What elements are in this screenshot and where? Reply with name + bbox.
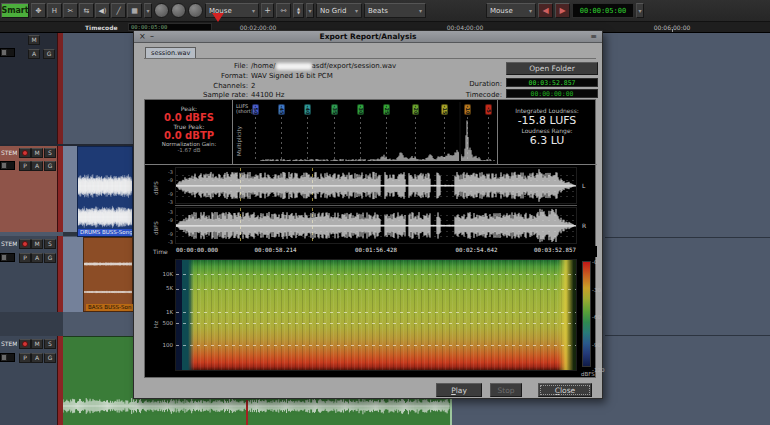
time-tick: 00:03:52.857 xyxy=(534,247,576,253)
record-dot-icon xyxy=(22,341,28,347)
nudge-forward-button[interactable]: ▶ xyxy=(555,3,570,18)
smart-mode-button[interactable]: Smart xyxy=(1,3,29,18)
track4-solo-button[interactable]: S xyxy=(44,339,56,349)
spinner-control[interactable]: ▲▼ xyxy=(293,3,304,18)
drums-region[interactable]: DRUMS BUSS-Song xyxy=(77,146,133,237)
colorbar-unit: dBFS xyxy=(581,371,595,377)
audition-tool-button[interactable]: ◀) xyxy=(95,3,110,18)
track-divider xyxy=(605,335,770,336)
track2-mute-button[interactable]: M xyxy=(31,148,43,158)
lufs-marker--25: -25 xyxy=(383,104,390,115)
histogram-title2: (short) xyxy=(236,109,253,114)
dialog-timecode-label: Timecode: xyxy=(384,91,502,99)
freq-tick: 100 xyxy=(145,342,173,348)
track-header-2[interactable]: STEM M S P A G xyxy=(0,146,57,232)
playhead-marker[interactable] xyxy=(212,13,224,22)
track1-mute-button[interactable]: M xyxy=(28,35,40,45)
track3-record-arm-button[interactable] xyxy=(19,239,31,249)
track3-solo-button[interactable]: S xyxy=(44,239,56,249)
stop-button[interactable]: Stop xyxy=(490,383,522,397)
track4-fader[interactable] xyxy=(0,353,15,362)
track2-group-button[interactable]: G xyxy=(44,161,56,171)
track4-play-button[interactable]: P xyxy=(19,353,31,363)
bass-region[interactable]: BASS BUSS-Son xyxy=(83,237,133,312)
ruler-tick xyxy=(672,29,673,32)
time-axis: Time 00:00:00.00000:00:58.21400:01:56.42… xyxy=(145,246,597,257)
grab-tool-button[interactable]: ✥ xyxy=(31,3,46,18)
play-button[interactable]: Play xyxy=(436,383,482,397)
chevron-down-icon: ▾ xyxy=(355,7,358,14)
grid-mode-dropdown[interactable]: No Grid▾ xyxy=(316,3,362,18)
integrated-label: Integrated Loudness: xyxy=(499,107,595,114)
scale-tick: -60 xyxy=(592,314,601,320)
automation-lane xyxy=(63,146,77,232)
zoom-fit-icon[interactable] xyxy=(188,3,203,18)
ruler-name: Timecode xyxy=(85,24,118,31)
zoom-out-icon[interactable] xyxy=(171,3,186,18)
format-label: Format: xyxy=(134,72,248,80)
histogram-ylabel: Multiplicity xyxy=(236,122,242,156)
track3-play-button[interactable]: P xyxy=(19,253,31,263)
track3-group-button[interactable]: G xyxy=(44,253,56,263)
track-height-icon[interactable]: ⇿ xyxy=(276,3,291,18)
track2-automation-button[interactable]: A xyxy=(31,161,43,171)
lufs-marker--5: -5 xyxy=(485,104,492,115)
track3-mute-button[interactable]: M xyxy=(31,239,43,249)
daw-window: Smart ✥H✂⇆◀)╱▦ ▾ Mouse▾ + ⇿ ▲▼ ▾ No Grid… xyxy=(0,0,770,425)
shade-window-icon[interactable]: – xyxy=(150,31,154,43)
track4-mute-button[interactable]: M xyxy=(31,339,43,349)
open-folder-button[interactable]: Open Folder xyxy=(506,62,598,75)
waveform-right xyxy=(175,207,577,244)
grid-unit-dropdown[interactable]: Beats▾ xyxy=(364,3,426,18)
time-tick: 00:00:58.214 xyxy=(255,247,297,253)
track1-group-button[interactable]: G xyxy=(43,49,55,59)
edit-tool-button[interactable]: ▦ xyxy=(127,3,142,18)
track3-automation-button[interactable]: A xyxy=(31,253,43,263)
nudge-back-button[interactable]: ◀ xyxy=(538,3,553,18)
zoom-in-icon[interactable] xyxy=(154,3,169,18)
track2-record-arm-button[interactable] xyxy=(19,148,31,158)
lufs-marker--35: -35 xyxy=(331,104,338,115)
track4-automation-button[interactable]: A xyxy=(31,353,43,363)
bass-region-label[interactable]: BASS BUSS-Son xyxy=(86,304,134,311)
track-header-1[interactable]: M A G xyxy=(0,33,57,144)
track4-name: STEM xyxy=(1,340,17,347)
add-marker-button[interactable]: + xyxy=(261,3,274,18)
spectrogram xyxy=(175,259,577,371)
snap-mode-dropdown[interactable]: Mouse▾ xyxy=(486,3,536,18)
editor-toolbar: Smart ✥H✂⇆◀)╱▦ ▾ Mouse▾ + ⇿ ▲▼ ▾ No Grid… xyxy=(0,0,770,22)
tools-chevron-down-icon[interactable]: ▾ xyxy=(144,3,152,18)
track1-rec-stripe xyxy=(57,33,63,144)
drums-region-label[interactable]: DRUMS BUSS-Song xyxy=(78,229,132,236)
db-tick: -3 xyxy=(153,209,173,215)
track1-fader[interactable] xyxy=(0,48,15,57)
dialog-titlebar[interactable]: Export Report/Analysis xyxy=(134,31,602,43)
track-header-4[interactable]: STEM M S P A G xyxy=(0,336,57,425)
channels-label: Channels: xyxy=(134,82,248,90)
channel-label-R: R xyxy=(582,222,586,229)
track3-name: STEM xyxy=(1,240,17,247)
window-menu-icon[interactable]: ≡ xyxy=(590,31,597,43)
peak-value: 0.0 dBFS xyxy=(147,112,231,123)
track2-play-button[interactable]: P xyxy=(19,161,31,171)
lufs-marker--15: -15 xyxy=(441,104,448,115)
close-window-icon[interactable]: × xyxy=(139,31,146,43)
track4-group-button[interactable]: G xyxy=(44,353,56,363)
scale-tick: -90 xyxy=(592,342,601,348)
freq-tick: 10K xyxy=(145,271,173,277)
track3-fader[interactable] xyxy=(0,253,15,262)
ruler-chevron-down-icon[interactable]: ▾ xyxy=(306,3,314,18)
peak-panel: Peak: 0.0 dBFS True Peak: 0.0 dBTP Norma… xyxy=(147,102,231,162)
clock-chevron-down-icon[interactable]: ▾ xyxy=(636,3,644,18)
secondary-clock[interactable]: 00:00:05:00 xyxy=(572,3,634,18)
draw-tool-button[interactable]: ╱ xyxy=(111,3,126,18)
track4-record-arm-button[interactable] xyxy=(19,339,31,349)
range-tool-button[interactable]: H xyxy=(47,3,62,18)
track2-fader[interactable] xyxy=(0,161,15,170)
cut-tool-button[interactable]: ✂ xyxy=(63,3,78,18)
track1-automation-button[interactable]: A xyxy=(28,49,40,59)
close-button[interactable]: Close xyxy=(538,383,592,397)
track2-solo-button[interactable]: S xyxy=(44,148,56,158)
track-header-3[interactable]: STEM M S P A G xyxy=(0,236,57,312)
stretch-tool-button[interactable]: ⇆ xyxy=(79,3,94,18)
